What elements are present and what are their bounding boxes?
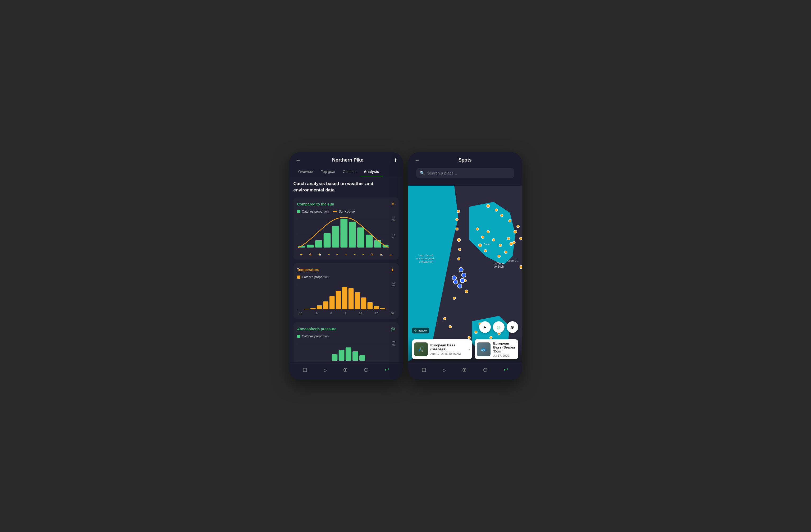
nav-search[interactable]: ⌕	[321, 365, 329, 375]
nav-activity[interactable]: ↵	[383, 365, 392, 375]
right-add-icon: ⊕	[462, 366, 467, 373]
svg-rect-23	[342, 287, 347, 309]
sun-icon-overcast: ☁	[389, 253, 392, 256]
svg-rect-32	[332, 354, 337, 361]
sun-course-label: Sun course	[339, 210, 355, 213]
right-nav-activity[interactable]: ↵	[502, 365, 510, 375]
svg-point-67	[478, 244, 481, 247]
right-nav-profile[interactable]: ⊙	[481, 365, 490, 375]
svg-rect-22	[336, 291, 341, 309]
temp-label-18: 18	[359, 312, 362, 315]
sun-legend-course: Sun course	[333, 210, 355, 213]
svg-rect-5	[315, 240, 322, 247]
left-header: ← Northern Pike ⬆ Overview Top gear Catc…	[289, 152, 403, 176]
svg-text:La Teste-: La Teste-	[493, 262, 505, 265]
back-button[interactable]: ←	[294, 156, 302, 164]
mapbox-logo: ⊙ mapbox	[412, 328, 429, 333]
svg-rect-26	[361, 298, 366, 309]
catch-name-2: European Bass (Seabas	[493, 341, 516, 350]
sun-icon-sun5: ☀	[362, 253, 364, 256]
nav-profile[interactable]: ⊙	[362, 365, 371, 375]
svg-point-56	[457, 238, 460, 241]
svg-rect-36	[359, 355, 365, 361]
svg-point-47	[500, 214, 503, 217]
map-controls: ➤ ◎ ⊕	[479, 321, 518, 333]
svg-point-90	[520, 265, 522, 269]
right-search-icon: ⌕	[442, 366, 446, 373]
right-nav-add[interactable]: ⊕	[460, 365, 469, 375]
svg-point-74	[449, 325, 452, 328]
temp-legend-label: Catches proportion	[302, 275, 329, 279]
pressure-legend-label: Catches proportion	[302, 334, 329, 338]
svg-rect-11	[366, 234, 373, 247]
svg-rect-6	[323, 233, 331, 247]
nav-collections[interactable]: ⊟	[301, 365, 309, 375]
svg-point-52	[517, 225, 519, 228]
svg-point-55	[456, 228, 458, 230]
temp-legend: Catches proportion	[297, 275, 395, 279]
svg-rect-10	[357, 227, 364, 247]
svg-rect-9	[349, 222, 356, 247]
sun-chart-svg	[297, 216, 395, 250]
catches-legend-label: Catches proportion	[302, 210, 329, 213]
pressure-icon: ◎	[391, 326, 395, 332]
svg-rect-17	[304, 309, 309, 309]
temp-label-0: 0	[330, 312, 332, 315]
pressure-legend-catches: Catches proportion	[297, 334, 329, 338]
temp-chart-header: Temperature 🌡	[297, 267, 395, 273]
svg-rect-18	[310, 308, 316, 309]
svg-rect-28	[373, 306, 379, 309]
nav-add[interactable]: ⊕	[341, 365, 350, 375]
svg-point-64	[487, 230, 489, 233]
temp-label-neg18: -18	[298, 312, 303, 315]
svg-rect-4	[306, 245, 313, 247]
tab-analysis[interactable]: Analysis	[360, 167, 383, 176]
temp-chart-wrapper: 10 % 0 %	[297, 282, 395, 311]
temp-legend-catches: Catches proportion	[297, 275, 329, 279]
svg-point-83	[459, 268, 463, 272]
svg-rect-35	[352, 351, 358, 361]
layers-btn[interactable]: ⊕	[507, 321, 518, 333]
activity-icon: ↵	[385, 366, 389, 373]
catch-card-1[interactable]: 🎣 European Bass (Seabass) Aug 17, 2016 1…	[412, 339, 472, 359]
thermometer-icon: 🌡	[390, 267, 395, 273]
svg-point-71	[507, 237, 510, 240]
catch-card-img-2: 🐟	[477, 343, 490, 356]
sun-icon-sun4: ☀	[354, 253, 356, 256]
location-btn[interactable]: ➤	[479, 321, 491, 333]
tab-catches[interactable]: Catches	[339, 167, 360, 176]
search-input[interactable]	[427, 171, 510, 175]
right-activity-icon: ↵	[504, 366, 508, 373]
sun-x-labels: 🌧 🌤 ⛅ ☀ ☀ ☀ ☀ ☀ 🌤 ⛅ ☁	[297, 253, 395, 256]
chevron-right-icon-1: ›	[469, 347, 470, 351]
tab-overview[interactable]: Overview	[294, 167, 317, 176]
share-button[interactable]: ⬆	[394, 157, 398, 163]
spots-back-button[interactable]: ←	[414, 156, 421, 164]
svg-point-63	[481, 236, 484, 239]
svg-point-65	[492, 239, 495, 241]
svg-text:Gujan-M...: Gujan-M...	[507, 259, 519, 262]
target-btn[interactable]: ◎	[493, 321, 505, 333]
catch-size-2: 35cm	[493, 350, 516, 353]
pressure-chart-header: Atmospheric pressure ◎	[297, 326, 395, 332]
pressure-chart-title: Atmospheric pressure	[297, 327, 337, 331]
svg-point-57	[458, 248, 461, 251]
temp-label-neg9: -9	[315, 312, 318, 315]
search-bar[interactable]: 🔍	[416, 168, 514, 178]
sun-icon-sun1: ☀	[327, 253, 330, 256]
catch-card-2[interactable]: 🐟 European Bass (Seabas 35cm Jul 17, 202…	[475, 339, 518, 359]
svg-rect-24	[348, 288, 354, 309]
sun-icon-cloud: 🌧	[300, 253, 303, 256]
right-nav-collections[interactable]: ⊟	[419, 365, 428, 375]
svg-text:de-Buch: de-Buch	[493, 265, 504, 268]
pressure-chart	[297, 341, 395, 362]
left-content: Catch analysis based on weather and envi…	[289, 176, 403, 362]
right-nav-search[interactable]: ⌕	[440, 365, 448, 375]
svg-rect-20	[323, 301, 328, 309]
svg-rect-8	[340, 219, 348, 247]
fish-photo-2: 🐟	[477, 343, 490, 356]
tab-bar: Overview Top gear Catches Analysis	[294, 167, 398, 176]
svg-rect-7	[332, 226, 339, 247]
svg-text:Parc naturel: Parc naturel	[418, 254, 433, 257]
tab-top-gear[interactable]: Top gear	[317, 167, 339, 176]
